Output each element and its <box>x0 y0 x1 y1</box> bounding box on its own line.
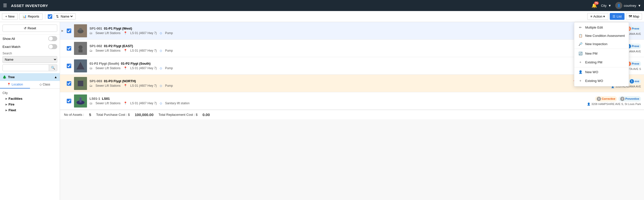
action-button[interactable]: ≡ Action ▾ <box>587 13 608 20</box>
asset-title: 01-P2 Flygt (South) 01-P2 Flygt (South) <box>90 62 572 65</box>
reports-label: Reports <box>28 15 39 18</box>
asset-meta: 🗂 Sewer Lift Stations 📍 LS 01 (4607 Hwy … <box>90 84 572 87</box>
search-button[interactable]: 🔍 <box>49 65 57 71</box>
asset-meta: 🗂 Sewer Lift Stations 📍 LS 01 (4607 Hwy … <box>90 31 572 35</box>
location-pin-icon: 📍 <box>124 66 127 70</box>
corrective-badge: 0 Corrective <box>595 96 617 102</box>
category: Sewer Lift Stations <box>96 31 120 35</box>
row-check[interactable] <box>65 92 73 110</box>
city-chevron-icon: ▼ <box>608 4 611 8</box>
sort-icon: ⇅ <box>56 15 59 18</box>
new-inspection-label: New Inspection <box>585 42 608 46</box>
new-inspection-item[interactable]: 🔎 New Inspection <box>574 40 629 48</box>
svg-point-2 <box>79 28 82 31</box>
tree-collapse-icon[interactable]: ▲ <box>54 75 57 79</box>
location: LS 01 (4607 Hwy 7) <box>130 31 157 35</box>
tab-class[interactable]: ◇ Class <box>30 81 60 88</box>
search-input[interactable] <box>3 65 49 71</box>
row-expand[interactable] <box>60 75 65 92</box>
tree-item-fire[interactable]: ▶ Fire <box>4 102 60 107</box>
existing-wo-item[interactable]: ＋ Existing WO <box>574 76 629 85</box>
row-checkbox[interactable] <box>67 81 71 86</box>
tree-item-fleet[interactable]: ▶ Fleet <box>4 107 60 113</box>
city-selector[interactable]: City ▼ <box>601 4 611 8</box>
asset-table: ▶ SP1-001 01-P1 Flygt (West) 🗂 Sewer Lif… <box>60 22 644 110</box>
fire-label: Fire <box>8 103 14 106</box>
row-thumbnail <box>73 92 88 110</box>
preventive-badge: 1 eve <box>628 79 641 84</box>
category: Sewer Lift Stations <box>96 49 120 52</box>
tree-tabs: 📍 Location ◇ Class <box>0 81 60 89</box>
new-wo-item[interactable]: 👤 New WO <box>574 68 629 76</box>
exact-match-toggle[interactable] <box>48 44 57 49</box>
category-icon: 🗂 <box>90 66 92 70</box>
user-menu[interactable]: 👤 courtney ▼ <box>615 2 641 9</box>
show-all-toggle[interactable] <box>48 36 57 41</box>
type-icon: ◇ <box>160 84 162 87</box>
exact-match-row: Exact Match <box>0 43 60 51</box>
row-right: 0 Corrective 0 Preventive 👤 3208 HAMPSHI… <box>574 92 644 110</box>
list-view-button[interactable]: ☰ List <box>610 13 624 20</box>
existing-pm-item[interactable]: ＋ Existing PM <box>574 58 629 67</box>
row-check[interactable] <box>65 40 73 57</box>
row-checkbox[interactable] <box>67 46 71 51</box>
type-icon: ◇ <box>160 102 162 105</box>
action-menu-icon: ≡ <box>590 15 592 18</box>
type-icon: ◇ <box>160 66 162 70</box>
tree-content: City ▶ Facilities ▶ Fire ▶ Fleet <box>0 89 60 115</box>
user-name: courtney <box>624 4 636 8</box>
multiple-edit-item[interactable]: ✏ Multiple Edit <box>574 23 629 32</box>
asset-title: SP1-003 01-P3 Flygt (NORTH) <box>90 79 572 83</box>
row-thumbnail <box>73 40 88 57</box>
reports-button[interactable]: 📊 Reports <box>19 13 42 20</box>
asset-title: SP1-002 01-P2 Flygt (EAST) <box>90 44 572 48</box>
fleet-label: Fleet <box>8 108 16 112</box>
row-checkbox[interactable] <box>67 99 71 103</box>
category-icon: 🗂 <box>90 31 92 35</box>
tab-location[interactable]: 📍 Location <box>0 81 30 88</box>
row-check[interactable] <box>65 22 73 39</box>
new-condition-label: New Condition Assessment <box>585 34 625 38</box>
list-icon: ☰ <box>612 15 616 18</box>
tree-header[interactable]: 🌲 Tree ▲ <box>0 73 60 81</box>
svg-rect-5 <box>78 49 82 52</box>
exact-match-label: Exact Match <box>2 45 20 49</box>
row-info: 01-P2 Flygt (South) 01-P2 Flygt (South) … <box>88 57 574 74</box>
multiple-edit-label: Multiple Edit <box>585 26 603 29</box>
notification-bell[interactable]: 🔔 75 <box>592 3 597 8</box>
new-button[interactable]: + New <box>2 13 18 20</box>
svg-point-4 <box>78 45 82 49</box>
person-icon: 👤 <box>587 103 590 106</box>
tree-item-facilities[interactable]: ▶ Facilities <box>4 96 60 102</box>
row-thumbnail <box>73 57 88 74</box>
location: LS 01 (4607 Hwy 7) <box>130 84 157 87</box>
search-field-select[interactable]: Name ID <box>2 56 57 63</box>
row-expand[interactable]: ▶ <box>60 22 65 39</box>
condition-icon: 📋 <box>578 34 583 38</box>
user-avatar: 👤 <box>615 2 622 9</box>
map-label: Map <box>633 15 639 18</box>
row-checkbox[interactable] <box>67 29 71 33</box>
location-pin-icon: 📍 <box>124 84 127 87</box>
wo-icon: 👤 <box>578 70 583 74</box>
row-expand[interactable] <box>60 40 65 57</box>
hamburger-icon[interactable]: ☰ <box>3 3 7 8</box>
preventive-count: 0 <box>620 97 624 101</box>
row-check[interactable] <box>65 57 73 74</box>
location: LS 01 (4607 Hwy 7) <box>130 49 157 52</box>
row-checkbox[interactable] <box>67 64 71 68</box>
reset-button[interactable]: ↺ Reset <box>2 25 57 32</box>
select-all-checkbox[interactable] <box>48 14 52 19</box>
show-all-label: Show All <box>2 37 15 41</box>
location-icon: 📍 <box>7 83 11 86</box>
tree-label: Tree <box>8 75 15 79</box>
row-check[interactable] <box>65 75 73 92</box>
new-condition-item[interactable]: 📋 New Condition Assessment <box>574 32 629 40</box>
map-view-button[interactable]: 🗺 Map <box>626 13 642 20</box>
sort-control[interactable]: ⇅ Name ID Date <box>54 13 76 20</box>
category-icon: 🗂 <box>90 84 92 87</box>
new-pm-item[interactable]: 🔄 New PM <box>574 49 629 58</box>
row-expand[interactable] <box>60 57 65 74</box>
sort-dropdown[interactable]: Name ID Date <box>60 14 74 19</box>
row-expand[interactable] <box>60 92 65 110</box>
